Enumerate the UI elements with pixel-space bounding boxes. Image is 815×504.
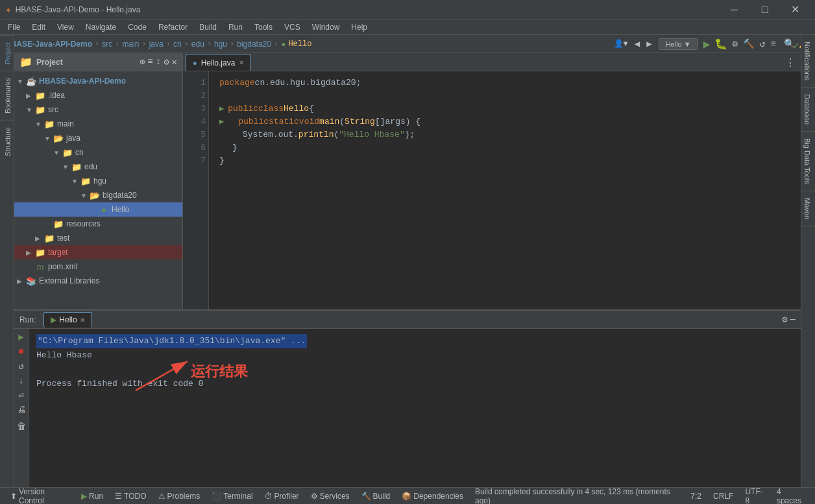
editor-tab-hello[interactable]: ● Hello.java ✕	[186, 54, 251, 71]
tree-bigdata20[interactable]: ▼ 📂 bigdata20	[14, 188, 182, 202]
statusbar-dependencies[interactable]: 📦 Dependencies	[396, 490, 468, 502]
menu-tools[interactable]: Tools	[249, 21, 278, 33]
tree-cn[interactable]: ▼ 📁 cn	[14, 145, 182, 160]
menu-file[interactable]: File	[3, 21, 25, 33]
run-clear-icon[interactable]: 🗑	[17, 422, 26, 432]
statusbar-profiler[interactable]: ⏱ Profiler	[260, 490, 304, 502]
breadcrumb-current[interactable]: Hello	[288, 40, 311, 49]
menu-navigate[interactable]: Navigate	[80, 21, 121, 33]
run-line-4-btn[interactable]: ▶	[219, 115, 224, 128]
menu-window[interactable]: Window	[307, 21, 345, 33]
statusbar-services[interactable]: ⚙ Services	[306, 490, 355, 502]
maximize-button[interactable]: □	[750, 0, 779, 19]
minimize-button[interactable]: ─	[720, 0, 749, 19]
breadcrumb-main[interactable]: main	[122, 40, 139, 49]
run-play-icon[interactable]: ▶	[18, 331, 23, 342]
right-vtab-database[interactable]: Database	[801, 88, 815, 132]
tree-edu[interactable]: ▼ 📁 edu	[14, 160, 182, 174]
menu-code[interactable]: Code	[123, 21, 152, 33]
run-panel-body: ▶ ■ ↺ ↓ ⏎ 🖨 🗑 "C:\Program Files\Java\jdk…	[14, 329, 801, 498]
code-body[interactable]: package cn.edu.hgu.bigdata20; ▶ public c…	[209, 71, 801, 309]
statusbar-services-icon: ⚙	[311, 492, 318, 501]
statusbar-vc-label: Version Control	[19, 487, 69, 505]
right-vtab-maven[interactable]: Maven	[801, 191, 815, 226]
tree-resources[interactable]: 📁 resources	[14, 217, 182, 231]
breadcrumb-hgu[interactable]: hgu	[214, 40, 227, 49]
run-panel-settings-icon[interactable]: ⚙	[782, 314, 787, 325]
run-line-3-btn[interactable]: ▶	[219, 102, 224, 115]
tree-external-libs[interactable]: ▶ 📚 External Libraries	[14, 274, 182, 288]
tree-idea[interactable]: ▶ 📁 .idea	[14, 88, 182, 102]
code-line-7: }	[219, 154, 801, 167]
statusbar-version-control[interactable]: ⬆ Version Control	[5, 486, 75, 505]
debug-button[interactable]: 🐛	[714, 38, 727, 51]
code-line-3: ▶ public class Hello {	[219, 102, 801, 115]
run-panel-minimize-icon[interactable]: ─	[790, 315, 796, 325]
menu-build[interactable]: Build	[194, 21, 222, 33]
statusbar-position[interactable]: 7:2	[685, 486, 707, 505]
run-cmd-highlight: "C:\Program Files\Java\jdk1.8.0_351\bin\…	[36, 334, 307, 348]
window-title: HBASE-Java-API-Demo - Hello.java	[16, 5, 141, 14]
left-vtab-structure[interactable]: Structure	[0, 120, 14, 163]
menu-help[interactable]: Help	[346, 21, 372, 33]
run-scroll-icon[interactable]: ↓	[18, 376, 23, 386]
menu-view[interactable]: View	[52, 21, 79, 33]
run-wrap-icon[interactable]: ⏎	[18, 390, 23, 401]
forward-button[interactable]: ▶	[646, 38, 651, 49]
left-vtab-project[interactable]: Project	[0, 35, 14, 71]
profile-icon[interactable]: 👤▼	[614, 39, 628, 49]
statusbar-build-label: Build	[373, 492, 391, 501]
run-rerun-icon[interactable]: ↺	[18, 361, 23, 372]
tree-root[interactable]: ▼ ☕ HBASE-Java-API-Demo	[14, 74, 182, 88]
panel-settings-icon[interactable]: ⚙	[164, 56, 169, 67]
menu-vcs[interactable]: VCS	[279, 21, 306, 33]
project-tree: ▼ ☕ HBASE-Java-API-Demo ▶ 📁 .idea ▼ 📁 sr…	[14, 71, 182, 309]
panel-locate-icon[interactable]: ⊕	[140, 56, 145, 67]
tree-pom[interactable]: m pom.xml	[14, 259, 182, 274]
menu-run[interactable]: Run	[223, 21, 248, 33]
run-config-button[interactable]: Hello ▼	[659, 38, 698, 50]
right-vtab-notifications[interactable]: Notifications	[801, 35, 815, 88]
tab-close-icon[interactable]: ✕	[239, 59, 244, 66]
code-editor[interactable]: 1 2 3 4 5 6 7 package cn.edu.hgu.bigdata…	[183, 71, 801, 309]
statusbar-encoding-label: UTF-8	[745, 487, 765, 505]
tree-test[interactable]: ▶ 📁 test	[14, 231, 182, 245]
toolbar-icons: ⚙ 🔨 ↺ ≡	[733, 38, 776, 49]
tree-main[interactable]: ▼ 📁 main	[14, 117, 182, 131]
close-button[interactable]: ✕	[781, 0, 810, 19]
back-button[interactable]: ◀	[635, 38, 640, 49]
run-tab-close[interactable]: ✕	[80, 317, 85, 324]
statusbar-run-icon: ▶	[81, 492, 87, 501]
breadcrumb-cn[interactable]: cn	[173, 40, 182, 49]
statusbar-encoding[interactable]: UTF-8	[740, 486, 770, 505]
tree-src[interactable]: ▼ 📁 src	[14, 102, 182, 117]
tree-target[interactable]: ▶ 📁 target	[14, 245, 182, 259]
breadcrumb-src[interactable]: src	[102, 40, 112, 49]
statusbar-indent[interactable]: 4 spaces	[772, 486, 810, 505]
menu-edit[interactable]: Edit	[27, 21, 51, 33]
statusbar-problems[interactable]: ⚠ Problems	[153, 490, 206, 502]
editor-action-more[interactable]: ⋮	[783, 56, 798, 69]
left-vtab-bookmarks[interactable]: Bookmarks	[0, 71, 14, 120]
panel-sort-icon[interactable]: ↕	[156, 56, 161, 67]
tree-hgu[interactable]: ▼ 📁 hgu	[14, 174, 182, 188]
panel-collapse-icon[interactable]: ≡	[147, 56, 152, 67]
statusbar-todo[interactable]: ☰ TODO	[110, 490, 151, 502]
statusbar-build[interactable]: 🔨 Build	[356, 490, 396, 502]
statusbar-terminal[interactable]: ⬛ Terminal	[206, 490, 258, 502]
tree-hello[interactable]: ● Hello	[14, 202, 182, 217]
breadcrumb-bigdata20[interactable]: bigdata20	[237, 40, 271, 49]
statusbar-run[interactable]: ▶ Run	[76, 490, 108, 502]
menu-refactor[interactable]: Refactor	[153, 21, 193, 33]
tree-java[interactable]: ▼ 📂 java	[14, 131, 182, 145]
run-button[interactable]: ▶	[703, 37, 711, 51]
panel-close-icon[interactable]: ✕	[172, 56, 177, 67]
statusbar-line-sep[interactable]: CRLF	[708, 486, 738, 505]
breadcrumb-edu[interactable]: edu	[191, 40, 204, 49]
right-vtab-bigdata[interactable]: Big Data Tools	[801, 132, 815, 191]
run-stop-icon[interactable]: ■	[18, 346, 23, 357]
breadcrumb-root[interactable]: HBASE-Java-API-Demo	[5, 40, 92, 49]
run-print-icon[interactable]: 🖨	[17, 405, 26, 415]
breadcrumb-java[interactable]: java	[149, 40, 164, 49]
run-tab-hello[interactable]: ▶ Hello ✕	[43, 312, 91, 328]
